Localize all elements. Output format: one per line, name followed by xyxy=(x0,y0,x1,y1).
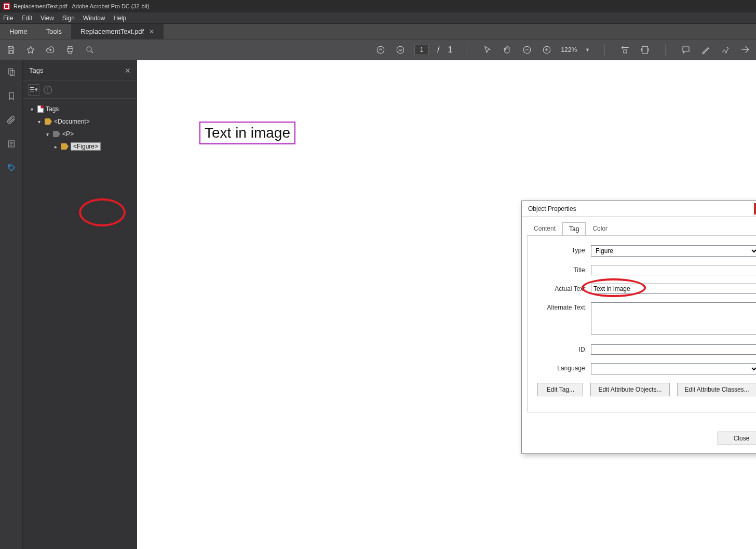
cloud-icon[interactable] xyxy=(45,44,56,56)
row-id: ID: xyxy=(536,344,756,355)
title-input[interactable] xyxy=(591,265,756,275)
svg-point-1 xyxy=(377,46,384,53)
id-input[interactable] xyxy=(591,344,756,355)
tree-document[interactable]: ▾ <Document> xyxy=(26,115,134,128)
window-title: ReplacementText.pdf - Adobe Acrobat Pro … xyxy=(14,3,150,9)
tab-document[interactable]: ReplacementText.pdf ✕ xyxy=(71,24,164,39)
pointer-icon[interactable] xyxy=(482,44,493,56)
tree-document-label: <Document> xyxy=(54,118,90,125)
actual-text-input[interactable] xyxy=(591,284,756,294)
expand-icon[interactable]: ▸ xyxy=(52,144,59,150)
document-viewport[interactable]: Text in image Object Properties ✕ Conten… xyxy=(137,60,756,549)
page-down-icon[interactable] xyxy=(395,44,406,56)
edit-tag-button[interactable]: Edit Tag... xyxy=(537,383,583,396)
left-rail xyxy=(0,60,23,549)
tree-root-label: Tags xyxy=(46,105,59,113)
zoom-level[interactable]: 122% xyxy=(561,46,577,53)
tab-tools[interactable]: Tools xyxy=(37,24,71,39)
print-icon[interactable] xyxy=(64,44,76,56)
fit-width-icon[interactable] xyxy=(619,44,631,56)
fit-page-icon[interactable] xyxy=(639,44,651,56)
hand-icon[interactable] xyxy=(502,44,513,56)
close-panel-icon[interactable]: ✕ xyxy=(125,66,131,75)
zoom-out-icon[interactable] xyxy=(521,44,533,56)
object-properties-dialog: Object Properties ✕ Content Tag Color Ty… xyxy=(521,200,756,454)
menu-help[interactable]: Help xyxy=(114,15,127,22)
tab-home[interactable]: Home xyxy=(0,24,37,39)
page-up-icon[interactable] xyxy=(375,44,386,56)
bookmarks-icon[interactable] xyxy=(6,90,17,102)
expand-icon[interactable]: ▾ xyxy=(28,106,35,112)
zoom-dropdown-icon[interactable]: ▼ xyxy=(585,47,590,52)
close-tab-icon[interactable]: ✕ xyxy=(149,28,154,35)
tree-p-label: <P> xyxy=(62,130,74,138)
panel-header: Tags ✕ xyxy=(23,60,137,81)
dialog-footer: Close xyxy=(522,425,756,453)
tags-panel-icon[interactable] xyxy=(6,162,17,173)
dialog-titlebar[interactable]: Object Properties ✕ xyxy=(522,201,756,217)
edit-attribute-objects-button[interactable]: Edit Attribute Objects... xyxy=(590,383,669,396)
page-sep: / xyxy=(437,45,439,55)
menu-edit[interactable]: Edit xyxy=(21,15,32,22)
expand-icon[interactable]: ▾ xyxy=(44,131,51,137)
comment-icon[interactable] xyxy=(680,44,692,56)
label-actual: Actual Text: xyxy=(536,284,591,292)
tab-tag[interactable]: Tag xyxy=(562,222,586,236)
edit-attribute-classes-button[interactable]: Edit Attribute Classes... xyxy=(677,383,757,396)
document-tabs: Home Tools ReplacementText.pdf ✕ xyxy=(0,24,756,39)
toolbar-center-group: / 1 122% ▼ xyxy=(375,44,751,56)
menubar: File Edit View Sign Window Help xyxy=(0,12,756,24)
dialog-close-icon[interactable]: ✕ xyxy=(754,203,756,215)
main-area: Tags ✕ ☰▾ i ▾ Tags ▾ <Document> ▾ <P> xyxy=(0,60,756,549)
star-icon[interactable] xyxy=(25,44,36,56)
dialog-buttons: Edit Tag... Edit Attribute Objects... Ed… xyxy=(536,383,756,396)
label-type: Type: xyxy=(536,245,591,254)
dialog-body: Content Tag Color Type: Figure Title: Ac… xyxy=(522,217,756,425)
menu-view[interactable]: View xyxy=(40,15,54,22)
zoom-in-icon[interactable] xyxy=(541,44,552,56)
menu-sign[interactable]: Sign xyxy=(62,15,75,22)
alternate-text-input[interactable] xyxy=(591,302,756,334)
svg-rect-6 xyxy=(8,69,12,74)
tag-icon xyxy=(45,118,52,125)
panel-options-icon[interactable]: ☰▾ xyxy=(28,84,39,96)
pdf-icon xyxy=(37,105,44,113)
svg-point-0 xyxy=(87,47,91,51)
type-select[interactable]: Figure xyxy=(591,245,756,257)
acrobat-icon xyxy=(3,3,10,10)
window-titlebar: ReplacementText.pdf - Adobe Acrobat Pro … xyxy=(0,0,756,12)
dialog-title-text: Object Properties xyxy=(528,205,576,212)
menu-file[interactable]: File xyxy=(3,15,13,22)
label-title: Title: xyxy=(536,265,591,274)
close-button[interactable]: Close xyxy=(718,432,756,445)
tab-color[interactable]: Color xyxy=(586,222,614,235)
search-icon[interactable] xyxy=(84,44,96,56)
attachments-icon[interactable] xyxy=(6,114,17,126)
tag-icon xyxy=(53,131,60,137)
language-select[interactable] xyxy=(591,363,756,374)
tree-root[interactable]: ▾ Tags xyxy=(26,103,134,115)
highlight-icon[interactable] xyxy=(700,44,711,56)
page-number-input[interactable] xyxy=(414,45,429,55)
save-icon[interactable] xyxy=(5,44,17,56)
sign-icon[interactable] xyxy=(720,44,731,56)
dialog-tabs: Content Tag Color xyxy=(527,222,756,236)
tree-p[interactable]: ▾ <P> xyxy=(26,128,134,140)
tab-document-label: ReplacementText.pdf xyxy=(80,28,144,35)
panel-info-icon[interactable]: i xyxy=(44,86,52,94)
row-type: Type: Figure xyxy=(536,245,756,257)
separator xyxy=(604,44,605,56)
page-total: 1 xyxy=(448,45,452,55)
separator xyxy=(665,44,666,56)
panel-toolbar: ☰▾ i xyxy=(23,81,137,99)
content-panel-icon[interactable] xyxy=(6,138,17,150)
menu-window[interactable]: Window xyxy=(83,15,105,22)
tab-home-label: Home xyxy=(9,28,28,35)
thumbnails-icon[interactable] xyxy=(6,66,17,78)
row-title: Title: xyxy=(536,265,756,275)
tab-content[interactable]: Content xyxy=(527,222,562,235)
more-tools-icon[interactable] xyxy=(739,44,751,56)
expand-icon[interactable]: ▾ xyxy=(35,119,43,125)
figure-selection[interactable]: Text in image xyxy=(199,122,295,144)
tree-figure[interactable]: ▸ <Figure> xyxy=(26,140,134,153)
